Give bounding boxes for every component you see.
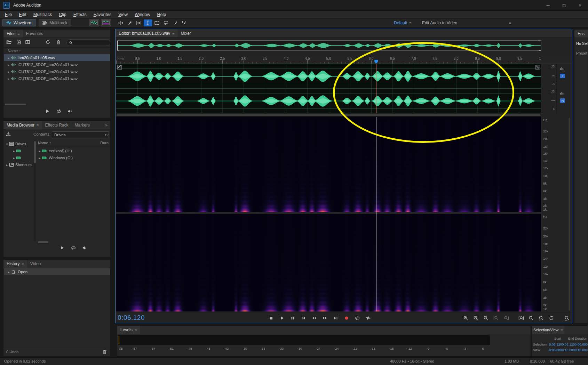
skip-to-end-button[interactable] xyxy=(333,315,339,321)
toolbar-overflow-button[interactable]: » xyxy=(509,21,511,25)
expander-icon[interactable]: ▸ xyxy=(7,63,11,67)
menu-item[interactable]: Favorites xyxy=(90,11,115,18)
zoom-in-time-button[interactable] xyxy=(518,315,524,321)
editor-horizontal-scrollbar[interactable] xyxy=(116,114,541,117)
open-file-button[interactable] xyxy=(6,40,12,44)
selection-view-value[interactable]: 0:00.000 xyxy=(575,342,588,346)
waveform-mode-button[interactable]: Waveform xyxy=(2,19,36,26)
menu-item[interactable]: Clip xyxy=(55,11,70,18)
menu-item[interactable]: File xyxy=(1,11,15,18)
tab-editor[interactable]: Editor: bm20a1s01.c05.wav ≡ xyxy=(116,29,178,37)
contents-chevron[interactable]: › xyxy=(107,132,109,137)
history-entry[interactable]: ▸ Open xyxy=(4,268,110,275)
import-file-button[interactable] xyxy=(16,40,22,44)
search-field[interactable] xyxy=(66,39,110,46)
spectrogram-canvas[interactable] xyxy=(116,214,541,311)
tree-item-shortcuts[interactable]: ▸ Shortcuts xyxy=(4,161,33,168)
time-selection-tool-button[interactable] xyxy=(144,19,152,26)
rewind-button[interactable] xyxy=(311,315,317,321)
zoom-to-selection-button[interactable] xyxy=(483,315,489,321)
move-tool-button[interactable] xyxy=(117,19,125,26)
history-delete-button[interactable] xyxy=(102,349,108,354)
spectrogram-canvas[interactable] xyxy=(116,117,541,212)
file-list-item[interactable]: ▸ CUT512_3DOF_bm20a1s01.wav xyxy=(4,68,110,75)
delete-button[interactable] xyxy=(56,40,61,44)
speaker-icon[interactable] xyxy=(67,109,73,114)
files-name-header[interactable]: Name ↑ xyxy=(8,49,21,53)
tree-vertical-scrollbar[interactable] xyxy=(34,140,36,241)
new-container-button[interactable] xyxy=(25,40,31,44)
expander-icon[interactable]: ▸ xyxy=(7,70,11,74)
show-waveform-toggle[interactable] xyxy=(89,19,99,26)
fast-forward-button[interactable] xyxy=(322,315,328,321)
expander-icon[interactable]: ▸ xyxy=(7,56,11,60)
panel-menu-icon[interactable]: ≡ xyxy=(172,31,174,35)
media-name-header[interactable]: Name ↑ xyxy=(38,141,51,145)
contents-dropdown[interactable]: Drives ▾ xyxy=(52,131,109,138)
panel-menu-icon[interactable]: ≡ xyxy=(22,262,24,266)
selection-view-value[interactable]: 0:06.120 xyxy=(549,342,562,346)
skip-to-start-button[interactable] xyxy=(300,315,307,321)
channel-right-badge[interactable]: R xyxy=(560,98,565,103)
zoom-in-at-in-point-button[interactable] xyxy=(493,315,499,321)
media-duration-header[interactable]: Dura xyxy=(100,141,109,145)
overview-strip[interactable] xyxy=(117,40,541,51)
play-button[interactable] xyxy=(279,315,285,321)
file-list-item[interactable]: ▸ CUT512_6DOF_bm20a1s01.wav xyxy=(4,75,110,82)
timeline-ruler[interactable]: hms 0,51,01,52,02,53,03,54,04,55,05,56,0… xyxy=(116,56,571,64)
slip-tool-button[interactable] xyxy=(135,19,143,26)
channel-left-badge[interactable]: L xyxy=(560,74,565,78)
media-import-button[interactable] xyxy=(6,131,11,136)
fade-in-handle[interactable] xyxy=(117,65,122,70)
menu-item[interactable]: Effects xyxy=(70,11,90,18)
tab-files[interactable]: Files ≡ xyxy=(3,30,23,38)
menu-item[interactable]: Help xyxy=(154,11,170,18)
tab-video[interactable]: Video xyxy=(27,260,44,268)
workspace-switcher[interactable]: Default ≡ xyxy=(394,21,411,25)
tree-drive-item[interactable]: ▸ xyxy=(4,154,33,161)
razor-tool-button[interactable] xyxy=(126,19,134,26)
menu-item[interactable]: View xyxy=(115,11,131,18)
horizontal-scrollbar[interactable] xyxy=(38,241,48,243)
tab-mixer[interactable]: Mixer xyxy=(178,29,194,37)
tab-favorites[interactable]: Favorites xyxy=(23,30,46,38)
zoom-in-button[interactable] xyxy=(463,315,469,321)
multitrack-mode-button[interactable]: Multitrack xyxy=(39,19,71,26)
waveform-display[interactable] xyxy=(116,64,541,113)
close-button[interactable]: × xyxy=(572,0,588,10)
horizontal-scrollbar[interactable] xyxy=(5,104,26,105)
loop-playback-button[interactable] xyxy=(354,315,360,321)
selection-view-value[interactable]: 0:10.000 xyxy=(575,348,588,352)
tab-history[interactable]: History ≡ xyxy=(3,260,27,268)
record-button[interactable] xyxy=(343,315,350,321)
expander-icon[interactable]: ▸ xyxy=(7,77,11,81)
paintbrush-tool-button[interactable] xyxy=(171,19,179,26)
expander-icon[interactable]: ▸ xyxy=(38,156,42,160)
pause-button[interactable] xyxy=(289,315,296,321)
panel-menu-icon[interactable]: ≡ xyxy=(37,123,39,127)
spectrogram-right-channel[interactable] xyxy=(116,214,541,311)
file-list-item[interactable]: ▸ bm20a1s01.c05.wav xyxy=(4,54,110,61)
tab-markers[interactable]: Markers xyxy=(72,121,93,129)
tab-selection-view[interactable]: Selection/View ≡ xyxy=(532,326,564,334)
zoom-out-time-button[interactable] xyxy=(528,315,534,321)
tab-essential-sound[interactable]: Ess xyxy=(574,30,588,38)
menu-item[interactable]: Window xyxy=(131,11,153,18)
minimize-button[interactable]: ─ xyxy=(540,0,556,10)
marquee-selection-tool-button[interactable] xyxy=(153,19,161,26)
auto-refresh-button[interactable] xyxy=(45,40,51,44)
panel-overflow-button[interactable]: » xyxy=(102,121,110,129)
file-list-item[interactable]: ▸ CUT512_3DOF_bm20a1s01.wav xyxy=(4,61,110,68)
speaker-icon[interactable] xyxy=(82,245,88,250)
shuttle-button[interactable] xyxy=(365,315,371,321)
panel-menu-icon[interactable]: ≡ xyxy=(561,328,563,332)
vertical-scrollbar[interactable] xyxy=(568,117,570,311)
stereo-waveform-canvas[interactable] xyxy=(116,64,541,113)
spot-healing-brush-tool-button[interactable] xyxy=(180,19,188,26)
tab-media-browser[interactable]: Media Browser ≡ xyxy=(3,121,42,129)
zoom-out-button[interactable] xyxy=(473,315,479,321)
media-drive-row[interactable]: ▸ Windows (C:) xyxy=(37,154,110,161)
media-drive-row[interactable]: ▸ eerikno$ (H:) xyxy=(37,147,110,154)
spectrogram-left-channel[interactable] xyxy=(116,117,541,212)
show-spectral-toggle[interactable] xyxy=(101,19,111,26)
